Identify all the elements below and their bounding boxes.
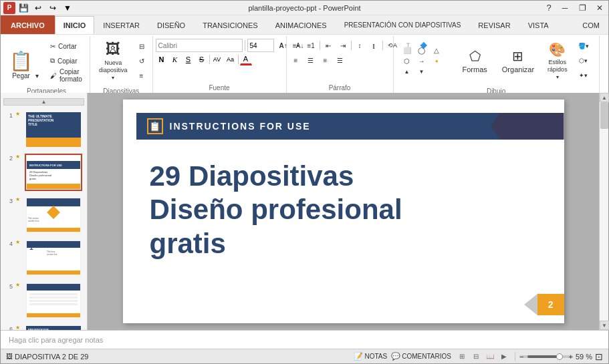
shape-item-4[interactable]: ⬡ bbox=[400, 56, 414, 65]
new-slide-button[interactable]: 🖼 Nuevadiapositiva ▾ bbox=[94, 39, 132, 83]
estilos-button[interactable]: 🎨 Estilosrápidos ▾ bbox=[543, 38, 572, 84]
slide-thumb-3[interactable]: 3 ★ Title sectionsubtitle here bbox=[3, 195, 84, 235]
italic-button[interactable]: K bbox=[169, 53, 181, 65]
shape-item-2[interactable]: ◯ bbox=[415, 45, 429, 55]
char-spacing-button[interactable]: AV bbox=[211, 53, 223, 65]
help-button[interactable]: ? bbox=[541, 1, 556, 15]
ribbon-group-portapapeles: 📋 Pegar ▾ ✂ Cortar ⧉ Copiar 🖌 bbox=[3, 36, 90, 93]
shapes-down[interactable]: ▼ bbox=[415, 67, 429, 76]
font-color-button[interactable]: A bbox=[240, 53, 252, 65]
slide-img-5[interactable] bbox=[25, 282, 82, 319]
close-button[interactable]: ✕ bbox=[591, 1, 608, 15]
align-center-button[interactable]: ☰ bbox=[304, 53, 318, 67]
scroll-thumb[interactable] bbox=[600, 102, 608, 129]
shape-fill-button[interactable]: 🪣▾ bbox=[575, 39, 592, 53]
zoom-handle[interactable] bbox=[556, 353, 563, 360]
align-left-button[interactable]: ≡ bbox=[289, 53, 303, 67]
paste-dropdown[interactable]: ▾ bbox=[35, 38, 43, 82]
shape-item-1[interactable]: ⬜ bbox=[400, 45, 414, 55]
ribbon-group-parrafo: ≡• ≡1 ⇤ ⇥ ↕ ⫿ ⟲A ⌶ 🔷 ≡ ☰ ≡ ☰ bbox=[287, 36, 394, 93]
zoom-minus[interactable]: − bbox=[519, 353, 523, 361]
comments-toggle-button[interactable]: 💬 COMENTARIOS bbox=[391, 352, 451, 361]
notes-placeholder: Haga clic para agregar notas bbox=[9, 336, 103, 344]
shape-outline-button[interactable]: ⬡▾ bbox=[575, 54, 592, 67]
new-slide-dropdown[interactable]: ▾ bbox=[112, 75, 114, 81]
scroll-up-button[interactable]: ▲ bbox=[600, 93, 609, 102]
slide-thumb-4[interactable]: 4 ★ 1 Title herecontent line bbox=[3, 238, 84, 278]
strikethrough-button[interactable]: S bbox=[196, 53, 208, 65]
minimize-button[interactable]: ─ bbox=[556, 1, 574, 15]
slide-thumb-2[interactable]: 2 ★ INSTRUCTIONS FOR USE 29 Diapositivas… bbox=[3, 152, 84, 192]
normal-view-button[interactable]: ⊞ bbox=[455, 351, 469, 362]
tab-inicio[interactable]: INICIO bbox=[55, 16, 95, 35]
shape-effects-button[interactable]: ✦▾ bbox=[575, 69, 592, 82]
tab-revisar[interactable]: REVISAR bbox=[469, 15, 519, 34]
tab-archivo[interactable]: ARCHIVO bbox=[1, 15, 55, 34]
reset-button[interactable]: ↺ bbox=[135, 54, 148, 67]
tab-com[interactable]: COM bbox=[574, 15, 608, 34]
zoom-plus[interactable]: + bbox=[568, 353, 572, 361]
sep2 bbox=[209, 55, 210, 64]
slide-thumb-6[interactable]: 6 ★ PRESENTATIONTITLE bbox=[3, 323, 84, 330]
undo-button[interactable]: ↩ bbox=[31, 1, 45, 15]
text-case-button[interactable]: Aa bbox=[225, 53, 237, 65]
indent-less-button[interactable]: ⇤ bbox=[322, 39, 335, 52]
align-right-button[interactable]: ≡ bbox=[319, 53, 332, 67]
shape-item-6[interactable]: 🔸 bbox=[430, 56, 443, 65]
sep3 bbox=[238, 55, 239, 64]
slideshow-button[interactable]: ▶ bbox=[497, 351, 511, 362]
formas-button[interactable]: ⬠ Formas bbox=[457, 45, 493, 77]
tab-transiciones[interactable]: TRANSICIONES bbox=[194, 15, 267, 34]
slide-thumb-1[interactable]: 1 ★ THE ULTIMATEPRESENTATIONTITLE bbox=[3, 110, 84, 150]
layout-button[interactable]: ⊟ bbox=[135, 39, 148, 53]
slide-img-4[interactable]: 1 Title herecontent line bbox=[25, 239, 82, 277]
font-name-input[interactable] bbox=[156, 39, 243, 52]
zoom-slider[interactable]: − + bbox=[519, 355, 573, 358]
slide-img-1[interactable]: THE ULTIMATEPRESENTATIONTITLE bbox=[25, 111, 82, 148]
cut-button[interactable]: ✂ Cortar bbox=[47, 39, 87, 53]
format-painter-button[interactable]: 🖌 Copiar formato bbox=[47, 69, 87, 82]
shape-item-3[interactable]: △ bbox=[430, 45, 443, 55]
save-button[interactable]: 💾 bbox=[17, 1, 30, 15]
notes-area[interactable]: Haga clic para agregar notas bbox=[1, 330, 608, 349]
indent-more-button[interactable]: ⇥ bbox=[336, 39, 350, 52]
columns-button[interactable]: ⫿ bbox=[368, 39, 381, 52]
main-slide-canvas[interactable]: 📋 INSTRUCTIONS FOR USE 29 Diapositivas D… bbox=[123, 100, 564, 323]
slide-img-2[interactable]: INSTRUCTIONS FOR USE 29 DiapositivasDise… bbox=[25, 154, 82, 191]
bold-button[interactable]: N bbox=[156, 53, 168, 65]
slide-sorter-button[interactable]: ⊟ bbox=[469, 351, 483, 362]
font-row2: N K S S AV Aa A bbox=[156, 53, 308, 65]
redo-button[interactable]: ↪ bbox=[46, 1, 59, 15]
shapes-up[interactable]: ▲ bbox=[400, 67, 414, 76]
bullets-button[interactable]: ≡• bbox=[289, 39, 303, 52]
panel-scroll-up[interactable]: ▲ bbox=[3, 98, 84, 106]
tab-vista[interactable]: VISTA bbox=[519, 15, 558, 34]
tab-diseno[interactable]: DISEÑO bbox=[148, 15, 194, 34]
tab-animaciones[interactable]: ANIMACIONES bbox=[267, 15, 336, 34]
fit-window-button[interactable]: ⊡ bbox=[595, 351, 603, 362]
numbering-button[interactable]: ≡1 bbox=[304, 39, 318, 52]
scroll-down-button[interactable]: ▼ bbox=[600, 321, 609, 330]
qa-more-button[interactable]: ▼ bbox=[61, 1, 74, 15]
justify-button[interactable]: ☰ bbox=[334, 53, 347, 67]
edicion-button[interactable]: ✎ Edición ▾ bbox=[604, 39, 609, 83]
slide-img-3[interactable]: Title sectionsubtitle here bbox=[25, 196, 82, 234]
underline-button[interactable]: S bbox=[182, 53, 195, 65]
notes-toggle-button[interactable]: 📝 NOTAS bbox=[354, 352, 387, 361]
tab-insertar[interactable]: INSERTAR bbox=[94, 15, 148, 34]
line-spacing-button[interactable]: ↕ bbox=[353, 39, 366, 52]
reading-view-button[interactable]: 📖 bbox=[483, 351, 497, 362]
tab-presentacion[interactable]: PRESENTACIÓN CON DIAPOSITIVAS bbox=[336, 15, 470, 34]
slide-thumb-5[interactable]: 5 ★ bbox=[3, 281, 84, 321]
paste-button[interactable]: 📋 Pegar ▾ bbox=[6, 39, 44, 83]
shape-item-5[interactable]: → bbox=[415, 56, 429, 65]
restore-button[interactable]: ❐ bbox=[574, 1, 591, 15]
organizar-button[interactable]: ⊞ Organizar bbox=[496, 45, 540, 77]
copy-button[interactable]: ⧉ Copiar bbox=[47, 54, 87, 67]
slide-icon: 🖼 bbox=[6, 353, 13, 360]
estilos-dropdown[interactable]: ▾ bbox=[556, 74, 559, 80]
slide-img-6[interactable]: PRESENTATIONTITLE bbox=[25, 325, 82, 330]
section-button[interactable]: ≡ bbox=[135, 69, 148, 82]
title-bar: P 💾 ↩ ↪ ▼ plantilla-proyecto-ppt - Power… bbox=[1, 1, 608, 15]
font-size-input[interactable] bbox=[247, 39, 274, 52]
